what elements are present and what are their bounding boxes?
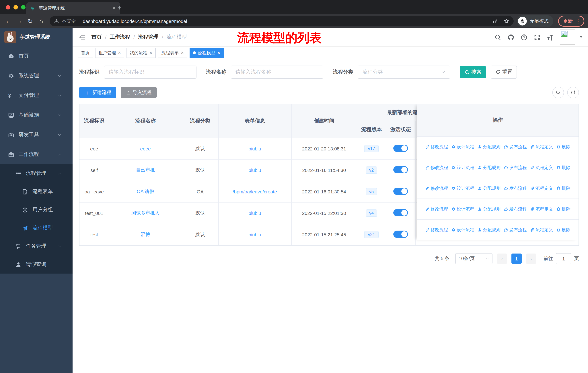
back-button[interactable]: ← — [4, 18, 13, 25]
home-button[interactable]: ⌂ — [36, 18, 46, 25]
active-toggle[interactable] — [393, 230, 408, 238]
sidebar-item-首页[interactable]: 首页 — [0, 46, 73, 66]
action-flow-definition[interactable]: 流程定义 — [530, 206, 553, 212]
sidebar-item-请假查询[interactable]: 请假查询 — [0, 255, 73, 273]
search-button[interactable]: 搜索 — [460, 66, 486, 78]
form-info-link[interactable]: biubiu — [248, 167, 261, 173]
reset-button[interactable]: 重置 — [491, 66, 517, 79]
form-info-link[interactable]: biubiu — [248, 232, 261, 237]
chrome-update-button[interactable]: 更新 ⋮ — [558, 16, 584, 27]
form-info-link[interactable]: biubiu — [248, 210, 261, 216]
tag-close-icon[interactable]: ✕ — [181, 50, 184, 55]
bookmark-star-icon[interactable] — [504, 18, 509, 24]
action-edit-flow[interactable]: 修改流程 — [425, 185, 448, 192]
action-publish-flow[interactable]: 发布流程 — [504, 185, 527, 192]
sidebar-item-支付管理[interactable]: ¥支付管理 — [0, 86, 73, 105]
action-assign-rule[interactable]: 分配规则 — [478, 185, 501, 192]
tag-close-icon[interactable]: ✕ — [118, 50, 121, 55]
tab-首页[interactable]: 首页 — [78, 48, 93, 58]
action-flow-definition[interactable]: 流程定义 — [530, 185, 553, 192]
action-publish-flow[interactable]: 发布流程 — [504, 144, 527, 150]
action-edit-flow[interactable]: 修改流程 — [425, 144, 448, 150]
action-delete[interactable]: 删除 — [556, 185, 570, 192]
action-flow-definition[interactable]: 流程定义 — [530, 164, 553, 171]
search-icon[interactable] — [494, 34, 501, 40]
sidebar-item-基础设施[interactable]: 基础设施 — [0, 105, 73, 125]
show-search-button[interactable] — [552, 87, 564, 98]
action-design-flow[interactable]: 设计流程 — [451, 227, 474, 233]
flow-name-link[interactable]: 滔博 — [141, 232, 150, 237]
sidebar-item-用户分组[interactable]: 用户分组 — [0, 201, 73, 219]
password-key-icon[interactable] — [493, 18, 498, 24]
flow-name-link[interactable]: 自己审批 — [136, 167, 155, 173]
page-size-select[interactable]: 10条/页 — [455, 253, 493, 264]
action-publish-flow[interactable]: 发布流程 — [504, 227, 527, 233]
action-delete[interactable]: 删除 — [556, 144, 570, 150]
flow-id-input[interactable]: 请输入流程标识 — [104, 66, 197, 79]
flow-name-link[interactable]: 测试多审批人 — [131, 210, 160, 216]
action-assign-rule[interactable]: 分配规则 — [478, 206, 501, 212]
forward-button[interactable]: → — [15, 18, 24, 25]
browser-tab[interactable]: 芋道管理系统 ✕ — [26, 2, 120, 14]
create-flow-button[interactable]: ＋ 新建流程 — [79, 87, 116, 98]
action-assign-rule[interactable]: 分配规则 — [478, 227, 501, 233]
tab-租户管理[interactable]: 租户管理✕ — [95, 48, 124, 58]
action-design-flow[interactable]: 设计流程 — [451, 185, 474, 192]
prev-page-button[interactable]: ‹ — [497, 253, 507, 264]
action-flow-definition[interactable]: 流程定义 — [530, 227, 553, 233]
address-bar[interactable]: 不安全 dashboard.yudao.iocoder.cn/bpm/manag… — [50, 16, 514, 26]
action-design-flow[interactable]: 设计流程 — [451, 206, 474, 212]
close-window-button[interactable] — [6, 5, 10, 10]
import-flow-button[interactable]: 导入流程 — [121, 87, 157, 98]
new-tab-button[interactable]: + — [117, 3, 122, 12]
breadcrumb-item[interactable]: 工作流程 — [110, 34, 130, 40]
action-design-flow[interactable]: 设计流程 — [451, 144, 474, 150]
tag-close-icon[interactable]: ✕ — [217, 50, 220, 55]
action-publish-flow[interactable]: 发布流程 — [504, 164, 527, 171]
active-toggle[interactable] — [393, 144, 408, 152]
action-edit-flow[interactable]: 修改流程 — [425, 164, 448, 171]
breadcrumb-item[interactable]: 流程模型 — [166, 34, 187, 40]
tab-流程表单[interactable]: 流程表单✕ — [158, 48, 187, 58]
help-icon[interactable] — [521, 34, 527, 40]
refresh-table-button[interactable] — [567, 87, 579, 98]
action-flow-definition[interactable]: 流程定义 — [530, 144, 553, 150]
sidebar-item-流程管理[interactable]: 流程管理 — [0, 164, 73, 182]
minimize-window-button[interactable] — [13, 5, 18, 10]
action-edit-flow[interactable]: 修改流程 — [425, 227, 448, 233]
maximize-window-button[interactable] — [21, 5, 26, 10]
flow-category-select[interactable]: 流程分类 — [358, 66, 450, 79]
tab-我的流程[interactable]: 我的流程✕ — [126, 48, 156, 58]
action-delete[interactable]: 删除 — [556, 206, 570, 212]
flow-name-link[interactable]: OA 请假 — [137, 189, 154, 194]
sidebar-item-流程表单[interactable]: 流程表单 — [0, 182, 73, 201]
sidebar-item-流程模型[interactable]: 流程模型 — [0, 219, 73, 237]
sidebar-collapse-icon[interactable] — [78, 33, 86, 41]
tag-close-icon[interactable]: ✕ — [149, 50, 152, 55]
goto-page-input[interactable]: 1 — [556, 253, 571, 264]
sidebar-item-工作流程[interactable]: 工作流程 — [0, 145, 73, 164]
action-edit-flow[interactable]: 修改流程 — [425, 206, 448, 212]
action-delete[interactable]: 删除 — [556, 227, 570, 233]
user-avatar[interactable] — [560, 30, 575, 45]
flow-name-input[interactable]: 请输入流程名称 — [231, 66, 323, 79]
sidebar-item-系统管理[interactable]: 系统管理 — [0, 66, 73, 86]
active-toggle[interactable] — [393, 166, 408, 173]
breadcrumb-item[interactable]: 首页 — [92, 34, 102, 40]
action-assign-rule[interactable]: 分配规则 — [478, 144, 501, 150]
action-design-flow[interactable]: 设计流程 — [451, 164, 474, 171]
active-toggle[interactable] — [393, 187, 408, 195]
github-icon[interactable] — [507, 34, 514, 40]
page-1-button[interactable]: 1 — [511, 253, 522, 264]
action-delete[interactable]: 删除 — [556, 164, 570, 171]
sidebar-item-研发工具[interactable]: 研发工具 — [0, 125, 73, 145]
font-size-icon[interactable] — [547, 34, 554, 40]
tab-流程模型[interactable]: 流程模型✕ — [189, 48, 224, 58]
form-info-link[interactable]: /bpm/oa/leave/create — [233, 189, 277, 194]
reload-button[interactable]: ↻ — [26, 17, 35, 25]
tab-close-icon[interactable]: ✕ — [111, 5, 117, 11]
form-info-link[interactable]: biubiu — [248, 146, 261, 151]
next-page-button[interactable]: › — [526, 253, 536, 264]
flow-name-link[interactable]: eeee — [140, 146, 151, 151]
browser-menu-icon[interactable]: ⋮ — [576, 19, 581, 23]
